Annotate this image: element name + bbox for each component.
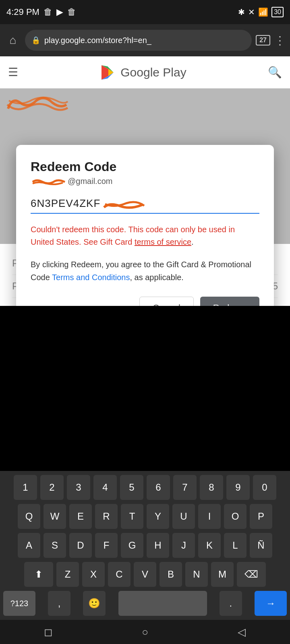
key-s[interactable]: S	[44, 533, 66, 558]
status-left: 4:29 PM 🗑 ▶ 🗑	[6, 7, 76, 17]
space-key[interactable]	[118, 591, 207, 616]
home-icon[interactable]: ⌂	[5, 34, 21, 47]
lock-icon: 🔒	[31, 36, 40, 45]
bluetooth-icon: ✱	[238, 7, 245, 17]
status-right: ✱ ✕ 📶 30	[238, 7, 284, 17]
key-x[interactable]: X	[82, 562, 105, 587]
terms-conditions-link[interactable]: Terms and Conditions	[52, 273, 130, 282]
youtube-icon: ▶	[56, 7, 63, 17]
play-header: ☰ Google Play 🔍	[0, 56, 290, 89]
keyboard-row-zxcv: ⬆ Z X C V B N M ⌫	[0, 562, 290, 587]
url-bar[interactable]: 🔒 play.google.com/store?hl=en_	[25, 30, 252, 51]
key-5[interactable]: 5	[120, 475, 143, 500]
key-1[interactable]: 1	[14, 475, 37, 500]
dialog-title: Redeem Code	[31, 159, 259, 174]
key-8[interactable]: 8	[200, 475, 223, 500]
key-a[interactable]: A	[18, 533, 40, 558]
code-text: 6N3PEV4ZKF	[31, 197, 100, 209]
nav-bar: ◻ ○ ◁	[0, 620, 290, 644]
code-input-wrapper: 6N3PEV4ZKF	[31, 197, 259, 214]
battery-icon: 30	[271, 7, 284, 17]
key-k[interactable]: K	[198, 533, 221, 558]
key-v[interactable]: V	[134, 562, 156, 587]
play-title: Google Play	[120, 66, 186, 79]
redeem-code-dialog: Redeem Code @gmail.com 6N3PEV4ZKF Couldn…	[16, 145, 274, 306]
key-2[interactable]: 2	[40, 475, 64, 500]
key-h[interactable]: H	[147, 533, 169, 558]
key-b[interactable]: B	[160, 562, 182, 587]
key-i[interactable]: I	[198, 504, 221, 529]
key-0[interactable]: 0	[253, 475, 276, 500]
key-e[interactable]: E	[69, 504, 92, 529]
keyboard-row-qwerty: Q W E R T Y U I O P	[0, 504, 290, 529]
key-n[interactable]: N	[185, 562, 208, 587]
key-g[interactable]: G	[121, 533, 143, 558]
keyboard-row-numbers: 1 2 3 4 5 6 7 8 9 0	[0, 475, 290, 500]
recents-button[interactable]: ◻	[32, 624, 64, 640]
key-7[interactable]: 7	[173, 475, 197, 500]
cancel-button[interactable]: Cancel	[139, 297, 193, 306]
signal-x-icon: ✕	[248, 7, 255, 17]
home-button[interactable]: ○	[129, 624, 161, 640]
trash-icon-1: 🗑	[44, 7, 52, 17]
key-o[interactable]: O	[224, 504, 246, 529]
key-6[interactable]: 6	[147, 475, 170, 500]
key-n-tilde[interactable]: Ñ	[250, 533, 272, 558]
key-4[interactable]: 4	[93, 475, 117, 500]
more-options-icon[interactable]: ⋮	[274, 34, 285, 47]
emoji-key[interactable]: 🙂	[83, 591, 106, 616]
back-button[interactable]: ◁	[226, 624, 258, 640]
code-redaction	[102, 200, 146, 211]
key-3[interactable]: 3	[67, 475, 90, 500]
key-w[interactable]: W	[44, 504, 66, 529]
key-r[interactable]: R	[95, 504, 118, 529]
input-underline	[31, 213, 259, 214]
comma-key[interactable]: ,	[48, 591, 70, 616]
keyboard-row-bottom: ?123 , 🙂 . →	[0, 591, 290, 616]
background-content: Payment methods Play Points 15 Redeem Co…	[0, 89, 290, 306]
period-key[interactable]: .	[220, 591, 242, 616]
terms-text: By clicking Redeem, you agree to the Gif…	[31, 258, 259, 284]
shift-key[interactable]: ⬆	[24, 562, 53, 587]
trash-icon-2: 🗑	[67, 7, 76, 17]
email-redaction	[31, 178, 67, 186]
key-u[interactable]: U	[172, 504, 195, 529]
dialog-email: @gmail.com	[31, 177, 259, 186]
key-f[interactable]: F	[95, 533, 118, 558]
key-p[interactable]: P	[250, 504, 272, 529]
enter-key[interactable]: →	[255, 591, 287, 616]
key-y[interactable]: Y	[147, 504, 169, 529]
redeem-button[interactable]: Redeem	[200, 297, 259, 306]
key-j[interactable]: J	[172, 533, 195, 558]
search-icon[interactable]: 🔍	[268, 66, 282, 79]
key-m[interactable]: M	[211, 562, 234, 587]
keyboard: 1 2 3 4 5 6 7 8 9 0 Q W E R T Y U I O P …	[0, 471, 290, 620]
dialog-overlay: Redeem Code @gmail.com 6N3PEV4ZKF Couldn…	[0, 145, 290, 306]
status-time: 4:29 PM	[6, 7, 39, 17]
key-q[interactable]: Q	[18, 504, 40, 529]
key-z[interactable]: Z	[56, 562, 79, 587]
error-message: Couldn't redeem this code. This code can…	[31, 223, 259, 248]
gift-card-link[interactable]: terms of service	[135, 237, 191, 246]
key-c[interactable]: C	[108, 562, 130, 587]
browser-bar: ⌂ 🔒 play.google.com/store?hl=en_ 27 ⋮	[0, 24, 290, 56]
status-bar: 4:29 PM 🗑 ▶ 🗑 ✱ ✕ 📶 30	[0, 0, 290, 24]
hamburger-menu-icon[interactable]: ☰	[8, 66, 18, 79]
symbols-key[interactable]: ?123	[3, 591, 35, 616]
key-9[interactable]: 9	[226, 475, 250, 500]
tab-count[interactable]: 27	[256, 35, 270, 45]
key-t[interactable]: T	[121, 504, 143, 529]
key-d[interactable]: D	[69, 533, 92, 558]
play-logo: Google Play	[99, 64, 186, 80]
dialog-buttons: Cancel Redeem	[31, 297, 259, 306]
redaction-scribble-top	[4, 93, 68, 117]
backspace-key[interactable]: ⌫	[237, 562, 266, 587]
keyboard-row-asdf: A S D F G H J K L Ñ	[0, 533, 290, 558]
url-text: play.google.com/store?hl=en_	[44, 36, 151, 45]
play-triangle-icon	[99, 64, 116, 80]
key-l[interactable]: L	[224, 533, 246, 558]
wifi-icon: 📶	[258, 7, 268, 17]
